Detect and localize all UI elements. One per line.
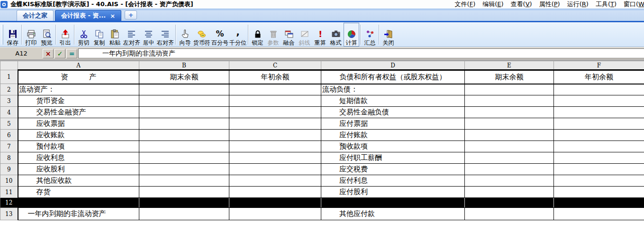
cell-B4[interactable] — [139, 107, 229, 118]
row-header-4[interactable]: 4 — [0, 107, 18, 118]
align-left-button[interactable]: 左对齐 — [123, 23, 141, 47]
cell-A2[interactable]: 流动资产： — [18, 84, 139, 95]
cell-C8[interactable] — [229, 152, 321, 164]
row-header-6[interactable]: 6 — [0, 130, 18, 141]
cell-B8[interactable] — [139, 152, 229, 164]
cell-E6[interactable] — [465, 130, 554, 141]
cell-E10[interactable] — [465, 175, 554, 187]
cell-B10[interactable] — [139, 175, 229, 187]
cell-E9[interactable] — [465, 164, 554, 175]
align-center-button[interactable]: 居中 — [141, 23, 156, 47]
cell-C7[interactable] — [229, 141, 321, 152]
row-header-13[interactable]: 13 — [0, 208, 18, 220]
row-header-8[interactable]: 8 — [0, 152, 18, 164]
cell-A8[interactable]: 应收利息 — [18, 152, 139, 164]
format-button[interactable]: 格式 — [328, 23, 344, 47]
select-all-corner[interactable] — [0, 61, 18, 70]
row-header-1[interactable]: 1 — [0, 70, 18, 84]
cell-B9[interactable] — [139, 164, 229, 175]
cell-C3[interactable] — [229, 95, 321, 107]
cell-B5[interactable] — [139, 118, 229, 130]
lock-button[interactable]: 锁定 — [250, 23, 265, 47]
cell-A9[interactable]: 应收股利 — [18, 164, 139, 175]
row-header-5[interactable]: 5 — [0, 118, 18, 130]
merge-button[interactable]: 融合 — [281, 23, 297, 47]
column-header-D[interactable]: D — [321, 61, 465, 70]
menubar-item-F[interactable]: 文件(F) — [455, 0, 476, 9]
cell-B12[interactable] — [139, 198, 229, 208]
cell-A11[interactable]: 存货 — [18, 187, 139, 198]
menubar-item-R[interactable]: 运行(R) — [567, 0, 589, 9]
currency-button[interactable]: 货币符 — [193, 23, 211, 47]
cell-D3[interactable]: 短期借款 — [321, 95, 465, 107]
thousands-button[interactable]: , 千分位 — [229, 23, 247, 47]
cell-B2[interactable] — [139, 84, 229, 95]
cell-D4[interactable]: 交易性金融负债 — [321, 107, 465, 118]
row-header-11[interactable]: 11 — [0, 187, 18, 198]
cell-D1[interactable]: 负债和所有者权益（或股东权益） — [321, 70, 465, 84]
cell-D2[interactable]: 流动负债： — [321, 84, 465, 95]
cell-B7[interactable] — [139, 141, 229, 152]
paste-button[interactable]: 粘贴 — [107, 23, 123, 47]
cell-E1[interactable]: 期末余额 — [465, 70, 554, 84]
tab-report[interactable]: 会计报表 - 资... × — [55, 10, 121, 21]
menubar-item-V[interactable]: 查看(V) — [511, 0, 532, 9]
cell-A13[interactable]: 一年内到期的非流动资产 — [18, 208, 139, 220]
cell-A7[interactable]: 预付款项 — [18, 141, 139, 152]
cell-B3[interactable] — [139, 95, 229, 107]
cell-D6[interactable]: 应付账款 — [321, 130, 465, 141]
tab-home[interactable]: 会计之家 — [17, 10, 54, 21]
cell-F6[interactable] — [554, 130, 644, 141]
recalc-button[interactable]: ! 重算 — [312, 23, 328, 47]
cell-E5[interactable] — [465, 118, 554, 130]
cell-B6[interactable] — [139, 130, 229, 141]
add-tab-button[interactable]: + — [125, 10, 137, 19]
menubar-item-P[interactable]: 属性(P) — [539, 0, 560, 9]
cell-F7[interactable] — [554, 141, 644, 152]
close-button[interactable]: 关闭 — [381, 23, 396, 47]
cell-F12[interactable] — [554, 198, 644, 208]
row-header-10[interactable]: 10 — [0, 175, 18, 187]
wizard-button[interactable]: 向导 — [177, 23, 193, 47]
cell-F10[interactable] — [554, 175, 644, 187]
cell-C4[interactable] — [229, 107, 321, 118]
percent-button[interactable]: % 百分号 — [211, 23, 229, 47]
cell-A1[interactable]: 资 产 — [18, 70, 139, 84]
cell-F13[interactable] — [554, 208, 644, 220]
cell-A10[interactable]: 其他应收款 — [18, 175, 139, 187]
cancel-button[interactable]: × — [43, 49, 54, 58]
row-header-3[interactable]: 3 — [0, 95, 18, 107]
cell-B11[interactable] — [139, 187, 229, 198]
close-icon[interactable]: × — [110, 12, 115, 19]
cell-D8[interactable]: 应付职工薪酬 — [321, 152, 465, 164]
cell-D13[interactable]: 其他应付款 — [321, 208, 465, 220]
cell-F2[interactable] — [554, 84, 644, 95]
menubar-item-E[interactable]: 编辑(E) — [482, 0, 503, 9]
cell-D10[interactable]: 应付利息 — [321, 175, 465, 187]
summary-button[interactable]: 汇总 — [362, 23, 378, 47]
export-button[interactable]: 引出 — [57, 23, 73, 47]
align-right-button[interactable]: 右对齐 — [156, 23, 174, 47]
menubar-item-T[interactable]: 工具(T) — [596, 0, 617, 9]
cell-A4[interactable]: 交易性金融资产 — [18, 107, 139, 118]
calc-button[interactable]: 计算 — [344, 23, 359, 47]
cell-E11[interactable] — [465, 187, 554, 198]
cell-C9[interactable] — [229, 164, 321, 175]
cell-D7[interactable]: 预收款项 — [321, 141, 465, 152]
column-header-E[interactable]: E — [465, 61, 554, 70]
save-button[interactable]: 保存 — [5, 23, 20, 47]
toolbar-grip[interactable] — [1, 25, 3, 45]
cell-A12[interactable] — [18, 198, 139, 208]
cell-C1[interactable]: 年初余额 — [229, 70, 321, 84]
cell-A3[interactable]: 货币资金 — [18, 95, 139, 107]
column-header-B[interactable]: B — [139, 61, 229, 70]
cell-D12[interactable] — [321, 198, 465, 208]
cell-F9[interactable] — [554, 164, 644, 175]
menubar-item-W[interactable]: 窗口(W) — [624, 0, 644, 9]
cell-D9[interactable]: 应交税费 — [321, 164, 465, 175]
cell-C6[interactable] — [229, 130, 321, 141]
equals-button[interactable]: = — [66, 49, 77, 58]
cell-E7[interactable] — [465, 141, 554, 152]
cell-B13[interactable] — [139, 208, 229, 220]
row-header-12[interactable]: 12 — [0, 198, 18, 208]
